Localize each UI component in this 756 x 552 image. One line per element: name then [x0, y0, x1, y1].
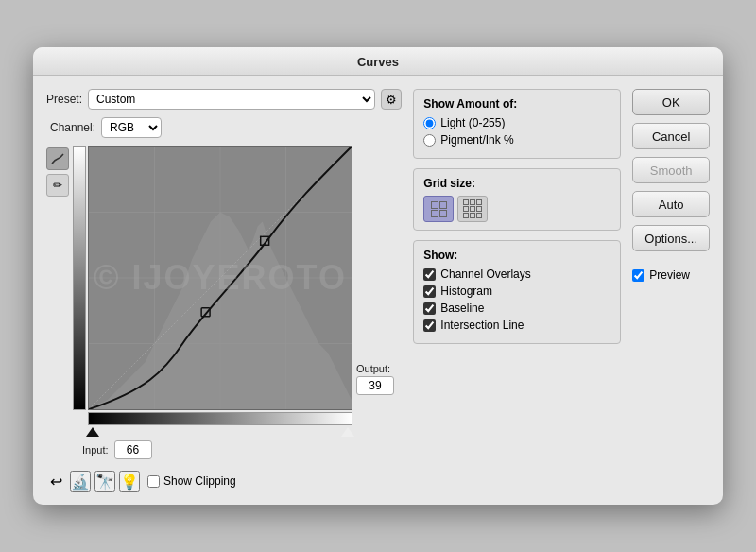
- curves-main-area: ✏ © IJOYEROTO: [46, 146, 402, 429]
- curves-dialog: Curves Preset: Custom Default Linear Con…: [33, 47, 723, 505]
- options-button[interactable]: Options...: [632, 225, 710, 251]
- ok-button[interactable]: OK: [632, 89, 710, 115]
- black-point-eyedropper[interactable]: 🔬: [70, 471, 91, 492]
- input-label: Input:: [82, 444, 109, 456]
- baseline-checkbox[interactable]: [423, 302, 436, 315]
- left-panel: Preset: Custom Default Linear Contrast M…: [46, 89, 402, 492]
- channel-select[interactable]: RGB Red Green Blue: [101, 117, 162, 138]
- pigment-label: Pigment/Ink %: [440, 133, 513, 147]
- preview-row: Preview: [632, 268, 710, 282]
- light-radio[interactable]: [423, 117, 436, 129]
- histogram-checkbox[interactable]: [423, 285, 436, 298]
- show-amount-box: Show Amount of: Light (0-255) Pigment/In…: [413, 89, 621, 159]
- reset-icon[interactable]: ↩: [50, 473, 62, 491]
- input-row: Input:: [82, 440, 402, 459]
- grid-4-button[interactable]: [423, 196, 454, 222]
- smooth-button[interactable]: Smooth: [632, 157, 710, 183]
- pigment-radio[interactable]: [423, 134, 436, 147]
- auto-button[interactable]: Auto: [632, 191, 710, 217]
- preset-row: Preset: Custom Default Linear Contrast M…: [46, 89, 402, 110]
- white-point-triangle[interactable]: [341, 427, 354, 437]
- preset-select[interactable]: Custom Default Linear Contrast Medium Co…: [88, 89, 375, 110]
- baseline-label: Baseline: [440, 302, 484, 315]
- preview-checkbox[interactable]: [632, 269, 644, 282]
- preset-label: Preset:: [46, 93, 82, 106]
- curve-tool-button[interactable]: [46, 147, 69, 170]
- grid-9-button[interactable]: [457, 196, 488, 222]
- right-section: Show Amount of: Light (0-255) Pigment/In…: [413, 89, 621, 492]
- input-input[interactable]: [114, 440, 152, 459]
- grid-size-box: Grid size:: [413, 168, 621, 231]
- channel-row: Channel: RGB Red Green Blue: [50, 117, 402, 138]
- button-column: OK Cancel Smooth Auto Options... Preview: [632, 89, 710, 492]
- cancel-button[interactable]: Cancel: [632, 123, 710, 149]
- black-point-triangle[interactable]: [86, 427, 99, 437]
- curves-canvas[interactable]: © IJOYEROTO: [88, 146, 352, 410]
- bottom-toolbar: ↩ 🔬 🔭 💡 Show Clipping: [50, 471, 402, 492]
- preview-label: Preview: [649, 268, 690, 282]
- white-point-eyedropper[interactable]: 💡: [119, 471, 140, 492]
- show-box: Show: Channel Overlays Histogram Baselin…: [413, 240, 621, 344]
- dialog-title: Curves: [33, 47, 723, 76]
- gear-button[interactable]: ⚙: [381, 89, 402, 110]
- show-clipping-checkbox[interactable]: [147, 475, 160, 488]
- show-clipping-row: Show Clipping: [147, 474, 236, 488]
- grid-4-icon: [431, 201, 447, 217]
- baseline-row: Baseline: [423, 302, 610, 315]
- intersection-checkbox[interactable]: [423, 319, 436, 332]
- intersection-label: Intersection Line: [440, 319, 524, 332]
- eyedropper-group: 🔬 🔭 💡: [70, 471, 140, 492]
- histogram-label: Histogram: [440, 285, 492, 298]
- grid-size-title: Grid size:: [423, 177, 610, 190]
- canvas-container: © IJOYEROTO: [88, 146, 352, 410]
- left-gradient-bar: [73, 146, 86, 410]
- show-title: Show:: [423, 249, 610, 262]
- channel-overlays-row: Channel Overlays: [423, 267, 610, 281]
- show-amount-title: Show Amount of:: [423, 97, 610, 111]
- curves-tools: ✏: [46, 146, 69, 429]
- intersection-row: Intersection Line: [423, 319, 610, 332]
- channel-overlays-checkbox[interactable]: [423, 268, 436, 281]
- channel-label: Channel:: [50, 121, 95, 134]
- output-input[interactable]: [356, 376, 394, 395]
- grid-9-icon: [463, 199, 482, 218]
- bottom-gradient-bar: [88, 412, 352, 425]
- histogram-row: Histogram: [423, 285, 610, 298]
- show-clipping-label: Show Clipping: [163, 474, 236, 488]
- grid-buttons: [423, 196, 610, 222]
- light-label: Light (0-255): [440, 116, 505, 129]
- output-area: Output:: [356, 146, 394, 429]
- gray-point-eyedropper[interactable]: 🔭: [94, 471, 115, 492]
- pigment-radio-row: Pigment/Ink %: [423, 133, 610, 147]
- output-label: Output:: [356, 363, 394, 374]
- channel-overlays-label: Channel Overlays: [440, 267, 530, 281]
- pencil-tool-button[interactable]: ✏: [46, 174, 69, 197]
- light-radio-row: Light (0-255): [423, 116, 610, 129]
